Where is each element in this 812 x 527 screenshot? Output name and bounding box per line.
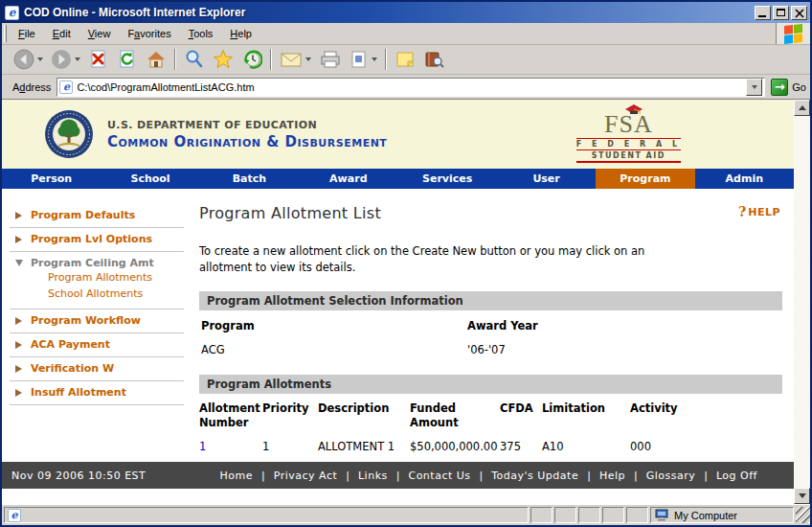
sidebar-item-verification-w[interactable]: Verification W (10, 357, 184, 381)
research-button[interactable] (419, 47, 448, 72)
mail-button[interactable] (276, 47, 315, 72)
footer-link-privacy-act[interactable]: Privacy Act (274, 470, 338, 482)
menu-file[interactable]: File (10, 25, 44, 42)
nav-user[interactable]: User (497, 169, 596, 189)
menu-view[interactable]: View (79, 25, 120, 42)
resize-grip[interactable] (796, 507, 810, 523)
footer-separator: | (704, 470, 708, 482)
vertical-scrollbar[interactable] (794, 100, 810, 504)
sidebar-item-program-lvl-options[interactable]: Program Lvl Options (10, 228, 184, 252)
footer-link-glossary[interactable]: Glossary (646, 470, 696, 482)
footer-separator: | (634, 470, 638, 482)
address-url[interactable]: C:\cod\ProgramAllotmentListACG.htm (77, 81, 746, 93)
sidebar-item-program-workflow[interactable]: Program Workflow (10, 309, 184, 333)
scroll-down-button[interactable] (794, 488, 810, 504)
refresh-button[interactable] (113, 47, 142, 72)
forward-dropdown-icon[interactable] (75, 57, 80, 61)
chevron-right-icon (15, 212, 22, 219)
chevron-right-icon (15, 236, 22, 243)
go-arrow-icon: → (771, 79, 788, 96)
back-dropdown-icon[interactable] (37, 57, 43, 61)
go-button[interactable]: → Go (771, 79, 806, 96)
forward-button[interactable] (47, 47, 84, 72)
menu-help[interactable]: Help (221, 25, 260, 42)
edit-dropdown-icon[interactable] (372, 57, 377, 61)
minimize-button[interactable] (755, 6, 771, 20)
footer-link-contact-us[interactable]: Contact Us (408, 470, 470, 482)
award-year-label: Award Year (467, 319, 782, 332)
nav-batch[interactable]: Batch (200, 169, 299, 189)
address-label: Address (10, 81, 56, 93)
window-title: COD Online - Microsoft Internet Explorer (24, 6, 753, 19)
history-button[interactable] (237, 47, 266, 72)
menu-bar: File Edit View Favorites Tools Help (2, 23, 810, 45)
sidebar-subitem-school-allotments[interactable]: School Allotments (48, 286, 184, 301)
col-cfda: CFDA (500, 394, 542, 429)
menu-grip[interactable] (4, 25, 7, 42)
col-funded-amount: Funded Amount (410, 394, 500, 429)
site-footer: Nov 09 2006 10:50 EST Home | Privacy Act… (2, 462, 794, 489)
footer-separator: | (261, 470, 265, 482)
footer-links: Home | Privacy Act | Links | Contact Us … (220, 470, 757, 482)
web-page: U.S. DEPARTMENT OF EDUCATION Common Orig… (2, 100, 794, 504)
app-title: Common Origination & Disbursement (107, 133, 387, 150)
sidebar-item-program-ceiling-amt[interactable]: Program Ceiling Amt Program Allotments S… (10, 252, 184, 309)
title-bar: e COD Online - Microsoft Internet Explor… (2, 2, 810, 23)
footer-gap (2, 489, 794, 504)
page-body: Program Defaults Program Lvl Options Pro… (2, 189, 794, 462)
maximize-button[interactable] (773, 6, 789, 20)
mail-dropdown-icon[interactable] (305, 57, 311, 61)
sidebar-item-program-defaults[interactable]: Program Defaults (10, 204, 184, 228)
close-button[interactable] (791, 6, 807, 20)
home-button[interactable] (142, 47, 170, 72)
history-icon (241, 49, 262, 70)
nav-school[interactable]: School (101, 169, 199, 189)
print-icon (319, 50, 342, 69)
footer-link-home[interactable]: Home (220, 470, 253, 482)
allotments-section-header: Program Allotments (199, 375, 782, 394)
stop-button[interactable] (84, 47, 113, 72)
footer-link-todays-update[interactable]: Today's Update (491, 470, 578, 482)
program-label: Program (201, 319, 467, 332)
menu-favorites[interactable]: Favorites (119, 25, 179, 42)
fsa-student-aid-label: STUDENT AID (576, 150, 681, 163)
discuss-button[interactable] (391, 47, 419, 72)
address-input[interactable]: e C:\cod\ProgramAllotmentListACG.htm (56, 78, 765, 97)
chevron-right-icon (15, 317, 22, 325)
limitation-cell: A10 (542, 429, 630, 453)
nav-admin[interactable]: Admin (695, 169, 794, 189)
search-button[interactable] (180, 47, 209, 72)
browser-viewport: U.S. DEPARTMENT OF EDUCATION Common Orig… (2, 99, 810, 504)
sidebar-subitem-program-allotments[interactable]: Program Allotments (48, 270, 184, 285)
nav-services[interactable]: Services (398, 169, 497, 189)
main-content: Program Allotment List ? HELP To create … (190, 189, 794, 462)
toolbar-separator (270, 49, 272, 70)
edit-button[interactable] (346, 47, 381, 72)
back-icon (13, 49, 34, 70)
description-cell: ALLOTMENT 1 (318, 429, 410, 453)
sidebar: Program Defaults Program Lvl Options Pro… (2, 189, 190, 462)
graduation-cap-icon (624, 103, 643, 115)
allotment-number-link[interactable]: 1 (199, 429, 262, 453)
menu-edit[interactable]: Edit (44, 25, 79, 42)
research-book-icon (423, 50, 444, 69)
print-button[interactable] (315, 47, 346, 72)
footer-link-log-off[interactable]: Log Off (716, 470, 757, 482)
sidebar-item-aca-payment[interactable]: ACA Payment (10, 333, 184, 357)
nav-award[interactable]: Award (299, 169, 397, 189)
scroll-up-button[interactable] (794, 100, 810, 116)
menu-tools[interactable]: Tools (180, 25, 222, 42)
address-dropdown-button[interactable] (746, 79, 762, 96)
help-link[interactable]: ? HELP (738, 204, 780, 219)
back-button[interactable] (10, 47, 47, 72)
chevron-down-icon (15, 260, 23, 266)
nav-person[interactable]: Person (2, 169, 101, 189)
footer-link-links[interactable]: Links (358, 470, 388, 482)
favorites-button[interactable] (209, 47, 237, 72)
status-zone-pane: My Computer (650, 507, 794, 523)
nav-program[interactable]: Program (596, 169, 694, 189)
address-bar: Address e C:\cod\ProgramAllotmentListACG… (2, 75, 810, 99)
sidebar-item-insuff-allotment[interactable]: Insuff Allotment (10, 381, 184, 405)
award-year-value: '06-'07 (467, 343, 782, 356)
footer-link-help[interactable]: Help (599, 470, 625, 482)
